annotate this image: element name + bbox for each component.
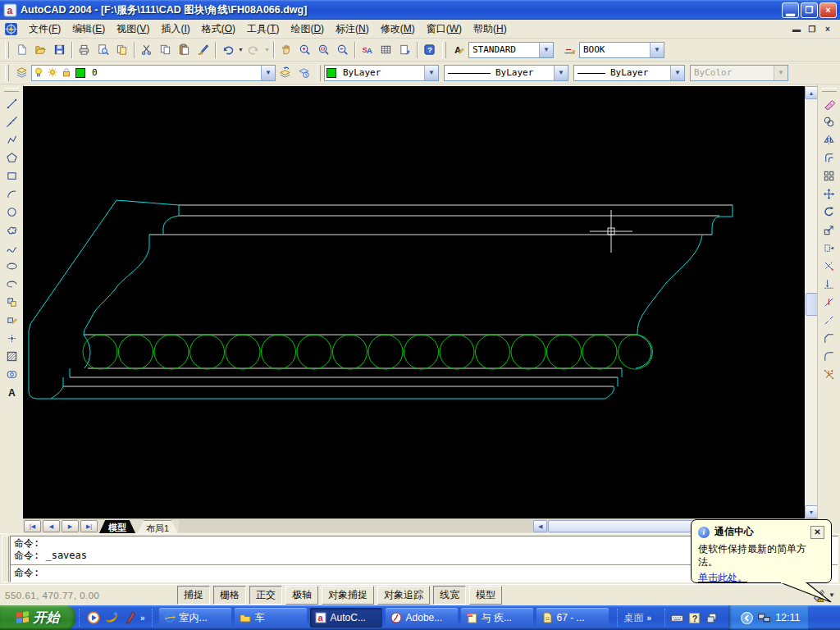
layer-thaw-icon[interactable] — [47, 66, 59, 79]
redo-dropdown-icon[interactable]: ▼ — [263, 47, 271, 52]
chevron-down-icon[interactable]: ▼ — [261, 66, 275, 80]
scroll-down-icon[interactable]: ▼ — [805, 505, 818, 518]
line-button[interactable] — [2, 94, 21, 112]
linetype-combo[interactable]: ByLayer ▼ — [444, 65, 568, 81]
toolbar-grip[interactable] — [5, 42, 9, 58]
scroll-up-icon[interactable]: ▲ — [805, 86, 818, 99]
layer-on-icon[interactable] — [33, 66, 45, 79]
revision-cloud-button[interactable] — [2, 221, 21, 239]
menu-item-11[interactable]: 帮助(H) — [468, 20, 513, 39]
zoom-previous-button[interactable] — [333, 40, 352, 59]
media-player-icon[interactable] — [86, 610, 101, 625]
fillet-button[interactable] — [819, 347, 838, 365]
text-style-combo[interactable]: STANDARD ▼ — [468, 42, 554, 58]
arc-button[interactable] — [2, 185, 21, 203]
menu-item-2[interactable]: 编辑(E) — [66, 20, 111, 39]
menu-item-1[interactable]: 文件(F) — [23, 20, 66, 39]
desktop-chevron-icon[interactable]: » — [647, 614, 652, 623]
menu-item-10[interactable]: 窗口(W) — [421, 20, 468, 39]
break-button[interactable] — [819, 311, 838, 329]
rotate-button[interactable] — [819, 203, 838, 221]
menu-item-3[interactable]: 视图(V) — [111, 20, 155, 39]
redo-button[interactable] — [244, 40, 263, 59]
construction-line-button[interactable] — [2, 112, 21, 130]
minimize-button[interactable]: ▬ — [782, 2, 799, 18]
keyboard-icon[interactable] — [670, 611, 684, 625]
doc-restore-button[interactable]: ❒ — [806, 23, 819, 34]
help-button[interactable]: ? — [420, 40, 439, 59]
chevron-down-icon[interactable]: ▼ — [539, 43, 553, 57]
rectangle-button[interactable] — [2, 167, 21, 185]
plot-preview-button[interactable] — [94, 40, 112, 59]
command-window-grip[interactable] — [2, 536, 9, 582]
region-button[interactable] — [2, 365, 21, 383]
scroll-left-icon[interactable]: ◀ — [533, 520, 547, 532]
zoom-realtime-button[interactable] — [295, 40, 314, 59]
match-properties-button[interactable] — [194, 40, 212, 59]
restore-button[interactable]: ❒ — [801, 2, 818, 18]
dim-style-combo[interactable]: BOOK ▼ — [579, 42, 664, 58]
trim-button[interactable] — [819, 257, 838, 275]
hatch-button[interactable] — [2, 347, 21, 365]
cut-button[interactable] — [137, 40, 156, 59]
polyline-button[interactable] — [2, 130, 21, 148]
task-button-ie-window[interactable]: 室内... — [159, 608, 231, 628]
menu-item-5[interactable]: 格式(O) — [196, 20, 241, 39]
status-toggle-polar[interactable]: 极轴 — [285, 586, 318, 605]
erase-button[interactable] — [819, 94, 838, 112]
menu-item-9[interactable]: 修改(M) — [375, 20, 421, 39]
text-style-button[interactable]: A — [450, 40, 468, 59]
task-button-vip-note[interactable]: VIP与 疾... — [461, 608, 533, 628]
brush-tool-icon[interactable] — [122, 610, 137, 625]
spline-button[interactable] — [2, 239, 21, 257]
circle-button[interactable] — [2, 203, 21, 221]
quick-launch-chevron-icon[interactable]: » — [140, 614, 145, 623]
table-button[interactable] — [377, 40, 395, 59]
status-toggle-ortho[interactable]: 正交 — [249, 586, 282, 605]
copy-button[interactable] — [156, 40, 175, 59]
point-button[interactable] — [2, 329, 21, 347]
save-button[interactable] — [50, 40, 69, 59]
status-toggle-otrack[interactable]: 对象追踪 — [377, 586, 430, 605]
zoom-window-button[interactable] — [314, 40, 333, 59]
plot-button[interactable] — [75, 40, 94, 59]
make-block-button[interactable] — [2, 311, 21, 329]
collapse-icon[interactable] — [740, 611, 754, 625]
layer-combo[interactable]: 0 ▼ — [31, 65, 276, 81]
array-button[interactable] — [819, 167, 838, 185]
break-at-point-button[interactable] — [819, 293, 838, 311]
chevron-down-icon[interactable]: ▼ — [650, 43, 664, 57]
layer-states-button[interactable] — [294, 63, 313, 82]
balloon-link[interactable]: 单击此处。 — [698, 571, 747, 585]
task-button-folder-che[interactable]: 车 — [235, 608, 307, 628]
tray-restore-icon[interactable] — [705, 611, 719, 625]
vertical-scrollbar[interactable]: ▲ ▼ — [805, 86, 818, 518]
layer-lock-icon[interactable] — [61, 66, 73, 79]
task-button-adobe[interactable]: Adobe... — [386, 608, 458, 628]
layer-manager-button[interactable] — [12, 63, 31, 82]
open-button[interactable] — [31, 40, 50, 59]
tab-previous-icon[interactable]: ◀ — [43, 520, 60, 532]
undo-dropdown-icon[interactable]: ▼ — [237, 47, 244, 52]
doc-close-button[interactable]: × — [821, 23, 834, 34]
insert-block-button[interactable] — [2, 293, 21, 311]
paste-button[interactable] — [175, 40, 194, 59]
ellipse-button[interactable] — [2, 257, 21, 275]
chevron-down-icon[interactable]: ▼ — [424, 66, 438, 80]
launcher-icon[interactable] — [104, 610, 119, 625]
copy-object-button[interactable] — [819, 112, 838, 130]
network-icon[interactable] — [757, 611, 771, 625]
style-manager-button[interactable]: SA — [358, 40, 377, 59]
status-toggle-lineweight[interactable]: 线宽 — [433, 586, 466, 605]
polygon-button[interactable] — [2, 148, 21, 167]
dim-style-button[interactable] — [560, 40, 579, 59]
pan-button[interactable] — [276, 40, 295, 59]
publish-button[interactable] — [112, 40, 131, 59]
stretch-button[interactable] — [819, 239, 838, 257]
close-button[interactable]: × — [819, 2, 837, 18]
chevron-down-icon[interactable]: ▼ — [554, 66, 568, 80]
color-combo[interactable]: ByLayer ▼ — [324, 65, 439, 81]
offset-button[interactable] — [819, 148, 838, 167]
chamfer-button[interactable] — [819, 329, 838, 347]
drawing-canvas[interactable] — [23, 86, 805, 518]
